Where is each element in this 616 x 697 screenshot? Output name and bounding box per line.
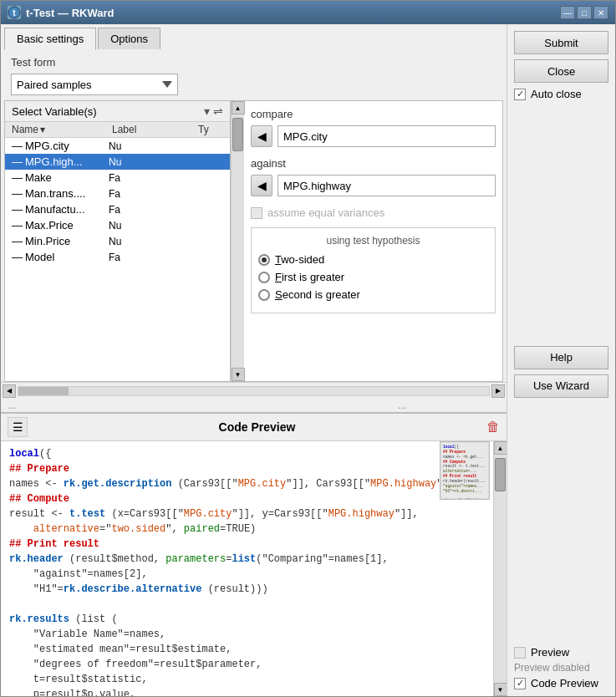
compare-label: compare	[251, 108, 496, 120]
compare-input[interactable]	[277, 125, 496, 147]
tab-bar: Basic settings Options	[1, 24, 507, 49]
preview-row: Preview	[514, 646, 608, 659]
compare-row: ◀	[251, 125, 496, 147]
dropdown-row: Paired samples Independent samples One s…	[11, 74, 496, 95]
scroll-up-button[interactable]: ▲	[232, 101, 245, 114]
radio-two-sided[interactable]	[258, 254, 270, 266]
horizontal-scrollbar-area: ◀ ▶	[1, 382, 507, 399]
auto-close-row: ✓ Auto close	[514, 88, 608, 100]
code-section-scroll: local({ ## Prepare names <- rk.get... ##…	[1, 441, 507, 696]
code-scroll-down-button[interactable]: ▼	[494, 683, 507, 696]
test-form-label: Test form	[11, 56, 55, 69]
minimize-button[interactable]: —	[560, 6, 575, 19]
variable-list-panel: Select Variable(s) ▾ ⇌ Name ▾ Label Ty	[5, 101, 231, 381]
auto-close-checkbox[interactable]: ✓	[514, 89, 526, 100]
tab-basic-settings-label: Basic settings	[17, 33, 84, 45]
against-input[interactable]	[277, 175, 496, 196]
sort-icon: ▾	[40, 124, 45, 135]
code-line: "against"=names[2],	[9, 567, 485, 582]
list-item[interactable]: — Model Fa	[5, 249, 230, 265]
code-line: names <- rk.get.description (Cars93[["MP…	[9, 476, 485, 491]
list-item[interactable]: — MPG.city Nu	[5, 138, 230, 154]
code-line: ## Prepare	[9, 461, 485, 476]
main-window: t t-Test — RKWard — □ ✕ Basic settings O…	[0, 0, 616, 697]
variable-list-header: Select Variable(s) ▾ ⇌	[5, 101, 230, 122]
test-hypothesis-legend: using test hypothesis	[258, 235, 488, 247]
code-scrollbar-thumb[interactable]	[495, 458, 506, 491]
tab-options-label: Options	[110, 33, 148, 45]
test-form-row: Test form	[11, 56, 496, 69]
scroll-left-button[interactable]: ◀	[3, 384, 16, 398]
column-headers: Name ▾ Label Ty	[5, 122, 230, 138]
scrollbar-track	[232, 114, 244, 368]
code-preview-section: ☰ Code Preview 🗑 local({ ## Prepare name…	[1, 412, 507, 696]
radio-second-greater[interactable]	[258, 289, 270, 301]
scroll-down-button[interactable]: ▼	[232, 368, 245, 381]
radio-first-greater[interactable]	[258, 272, 270, 283]
code-scrollbar-track	[494, 455, 507, 683]
code-line: "degrees of freedom"=result$parameter,	[9, 657, 485, 672]
assume-equal-label: assume equal variances	[267, 206, 384, 219]
code-line: ## Compute	[9, 491, 485, 506]
code-preview-toggle-row: ✓ Code Preview	[514, 677, 608, 689]
radio-two-sided-label: Two-sided	[275, 253, 324, 266]
test-form-select[interactable]: Paired samples Independent samples One s…	[11, 74, 178, 95]
left-panel: Basic settings Options Test form Paired …	[1, 24, 507, 696]
filter-icon[interactable]: ⇌	[213, 104, 223, 118]
code-line: alternative="two.sided", paired=TRUE)	[9, 521, 485, 537]
code-preview-checkbox[interactable]: ✓	[514, 678, 526, 689]
variable-section: Select Variable(s) ▾ ⇌ Name ▾ Label Ty	[4, 100, 503, 382]
list-item[interactable]: — Man.trans.... Fa	[5, 186, 230, 201]
code-line: "estimated mean"=result$estimate,	[9, 642, 485, 657]
preview-section: Preview Preview disabled ✓ Code Preview	[514, 646, 608, 689]
submit-button[interactable]: Submit	[514, 31, 608, 54]
tab-options[interactable]: Options	[98, 28, 160, 49]
code-area[interactable]: local({ ## Prepare names <- rk.get... ##…	[1, 441, 493, 696]
help-button[interactable]: Help	[514, 346, 608, 369]
col-type-header: Ty	[198, 124, 223, 135]
variable-list: — MPG.city Nu — MPG.high... Nu — Make	[5, 138, 230, 381]
app-icon: t	[8, 6, 21, 19]
code-line: "Variable Name"=names,	[9, 627, 485, 642]
code-scroll-up-button[interactable]: ▲	[494, 441, 507, 455]
ellipsis-right: ...	[398, 399, 406, 411]
assume-equal-checkbox	[251, 207, 262, 219]
col-label-header: Label	[112, 124, 198, 135]
code-preview-toggle-label: Code Preview	[531, 677, 598, 689]
variable-list-scrollbar[interactable]: ▲ ▼	[231, 101, 244, 381]
test-hypothesis-group: using test hypothesis Two-sided First is…	[251, 227, 496, 313]
hamburger-button[interactable]: ☰	[8, 417, 28, 437]
code-area-scrollbar[interactable]: ▲ ▼	[493, 441, 507, 696]
close-button-right[interactable]: Close	[514, 59, 608, 83]
list-item[interactable]: — MPG.high... Nu	[5, 154, 230, 170]
tab-basic-settings[interactable]: Basic settings	[4, 28, 96, 50]
list-item[interactable]: — Make Fa	[5, 170, 230, 186]
compare-arrow-button[interactable]: ◀	[251, 125, 272, 147]
window-title: t-Test — RKWard	[26, 7, 555, 19]
code-preview-header: ☰ Code Preview 🗑	[1, 414, 507, 441]
use-wizard-button[interactable]: Use Wizard	[514, 374, 608, 398]
preview-label: Preview	[531, 646, 569, 659]
scroll-right-button[interactable]: ▶	[491, 384, 505, 398]
main-content: Basic settings Options Test form Paired …	[1, 24, 615, 696]
code-line	[9, 597, 485, 612]
close-button[interactable]: ✕	[593, 6, 608, 19]
against-arrow-button[interactable]: ◀	[251, 175, 272, 196]
code-thumbnail: local({ ## Prepare names <- rk.get... ##…	[440, 441, 490, 500]
dropdown-icon[interactable]: ▾	[204, 104, 210, 118]
preview-checkbox[interactable]	[514, 647, 526, 659]
ellipsis-left: ...	[8, 399, 16, 411]
code-line: p=result$p.value,	[9, 687, 485, 696]
code-line: local({	[9, 446, 485, 461]
maximize-button[interactable]: □	[577, 6, 592, 19]
list-item[interactable]: — Max.Price Nu	[5, 217, 230, 233]
select-variables-label: Select Variable(s)	[12, 105, 201, 118]
code-line: t=result$statistic,	[9, 672, 485, 687]
list-item[interactable]: — Min.Price Nu	[5, 233, 230, 249]
code-line: ## Print result	[9, 537, 485, 552]
right-panel: Submit Close ✓ Auto close Help Use Wizar…	[507, 24, 615, 696]
scrollbar-thumb[interactable]	[232, 118, 243, 151]
radio-second-greater-label: Second is greater	[275, 288, 360, 301]
list-item[interactable]: — Manufactu... Fa	[5, 201, 230, 217]
trash-icon[interactable]: 🗑	[486, 420, 500, 435]
